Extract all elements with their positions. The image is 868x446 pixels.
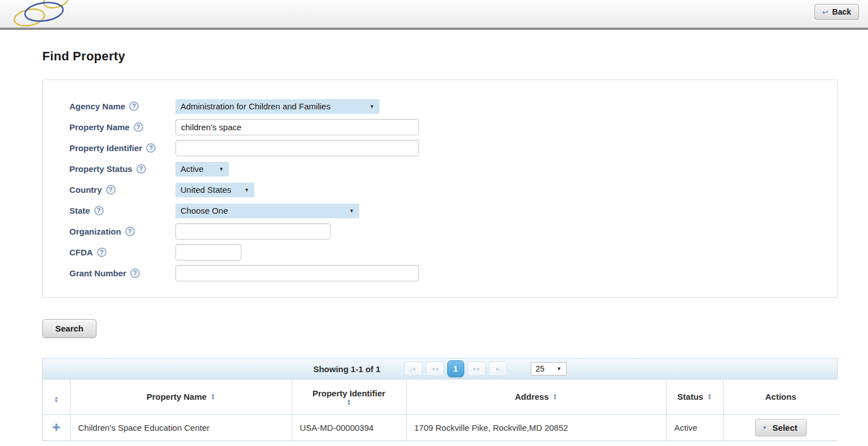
form-row-property-status: Property Status ? Active ▼ (69, 161, 826, 177)
search-button[interactable]: Search (42, 319, 96, 338)
sort-icon[interactable]: ▲▼ (553, 394, 557, 400)
dropdown-arrow-icon: ▼ (219, 166, 224, 172)
form-row-grant-number: Grant Number ? (69, 265, 826, 281)
property-identifier-input[interactable] (175, 140, 419, 156)
first-page-button[interactable]: |◄ (404, 361, 422, 376)
results-table: ▲▼ Property Name ▲▼ Property I (43, 379, 838, 440)
actions-cell: ▼ Select (723, 414, 838, 440)
dropdown-arrow-icon: ▼ (557, 366, 562, 372)
previous-page-button[interactable]: ◄◄ (426, 361, 444, 376)
help-icon[interactable]: ? (136, 164, 146, 174)
property-identifier-label: Property Identifier (69, 143, 142, 153)
back-button[interactable]: ↩ Back (814, 4, 859, 20)
agency-name-select[interactable]: Administration for Children and Families… (175, 99, 380, 114)
next-page-button[interactable]: ►► (468, 361, 486, 376)
sort-icon[interactable]: ▲▼ (54, 396, 59, 403)
pagination-bar: Showing 1-1 of 1 |◄ ◄◄ 1 ►► ►| 25 ▼ (43, 359, 837, 379)
help-icon[interactable]: ? (134, 122, 143, 132)
sort-icon[interactable]: ▲▼ (210, 394, 215, 400)
help-icon[interactable]: ? (125, 227, 135, 236)
page-size-select[interactable]: 25 ▼ (531, 362, 567, 376)
form-row-organization: Organization ? (69, 223, 826, 240)
select-button[interactable]: ▼ Select (755, 419, 807, 436)
search-form-panel: Agency Name ? Administration for Childre… (42, 80, 838, 298)
cfda-label: CFDA (69, 248, 93, 257)
help-icon[interactable]: ? (130, 268, 140, 278)
status-cell: Active (666, 414, 723, 440)
state-select[interactable]: Choose One ▼ (175, 204, 359, 218)
form-row-property-name: Property Name ? (69, 119, 826, 135)
dropdown-arrow-icon: ▼ (244, 187, 249, 193)
showing-text: Showing 1-1 of 1 (313, 364, 380, 374)
help-icon[interactable]: ? (129, 101, 139, 111)
property-identifier-cell: USA-MD-00000394 (292, 414, 406, 440)
help-icon[interactable]: ? (94, 206, 104, 215)
property-status-value: Active (180, 164, 204, 174)
table-header-row: ▲▼ Property Name ▲▼ Property I (43, 379, 838, 414)
column-header-property-name[interactable]: Property Name ▲▼ (70, 379, 292, 414)
page-title: Find Property (42, 49, 838, 64)
state-value: Choose One (180, 206, 228, 215)
sort-icon[interactable]: ▲▼ (707, 394, 712, 400)
select-button-label: Select (773, 423, 797, 432)
organization-input[interactable] (175, 223, 331, 240)
header-divider (0, 28, 868, 30)
column-header-property-identifier[interactable]: Property Identifier ▲▼ (292, 379, 406, 414)
column-header-address[interactable]: Address ▲▼ (406, 379, 666, 414)
country-label: Country (69, 185, 102, 195)
sort-icon[interactable]: ▲▼ (347, 399, 351, 405)
help-icon[interactable]: ? (106, 185, 116, 195)
help-icon[interactable]: ? (146, 143, 156, 153)
address-cell: 1709 Rockville Pike, Rockville,MD 20852 (406, 414, 666, 440)
form-row-property-identifier: Property Identifier ? (69, 140, 826, 156)
select-dropdown-arrow-icon: ▼ (762, 425, 768, 431)
property-status-select[interactable]: Active ▼ (175, 162, 229, 176)
form-row-country: Country ? United States ▼ (69, 182, 826, 198)
cfda-input[interactable] (175, 244, 241, 260)
last-page-button[interactable]: ►| (489, 361, 507, 376)
dropdown-arrow-icon: ▼ (349, 208, 354, 214)
expand-row-cell: ✚ (43, 414, 70, 440)
table-row: ✚ Children's Space Education Center USA-… (43, 414, 838, 440)
help-icon[interactable]: ? (97, 248, 107, 257)
grant-number-input[interactable] (175, 265, 419, 281)
property-name-input[interactable] (175, 119, 419, 135)
property-name-cell: Children's Space Education Center (70, 414, 292, 440)
state-label: State (69, 206, 90, 215)
grant-number-label: Grant Number (69, 268, 126, 278)
column-header-status[interactable]: Status ▲▼ (666, 379, 723, 414)
form-row-agency-name: Agency Name ? Administration for Childre… (69, 98, 826, 114)
current-page-button[interactable]: 1 (447, 360, 464, 377)
top-bar: ↩ Back (0, 0, 868, 28)
column-header-actions: Actions (723, 379, 838, 414)
back-label: Back (832, 7, 851, 16)
expand-column-header: ▲▼ (43, 379, 70, 414)
expand-row-icon[interactable]: ✚ (52, 422, 60, 433)
logo (8, 0, 76, 28)
agency-name-label: Agency Name (69, 101, 125, 111)
dropdown-arrow-icon: ▼ (369, 104, 374, 109)
country-select[interactable]: United States ▼ (175, 183, 254, 197)
property-name-label: Property Name (69, 122, 130, 132)
page-size-value: 25 (536, 364, 545, 373)
organization-label: Organization (69, 227, 121, 236)
country-value: United States (180, 185, 231, 195)
back-icon: ↩ (822, 8, 829, 16)
property-status-label: Property Status (69, 164, 133, 174)
form-row-state: State ? Choose One ▼ (69, 202, 826, 219)
results-section: Showing 1-1 of 1 |◄ ◄◄ 1 ►► ►| 25 ▼ (42, 358, 838, 441)
pager: |◄ ◄◄ 1 ►► ►| (404, 360, 507, 377)
agency-name-value: Administration for Children and Families (180, 101, 331, 111)
form-row-cfda: CFDA ? (69, 244, 826, 260)
